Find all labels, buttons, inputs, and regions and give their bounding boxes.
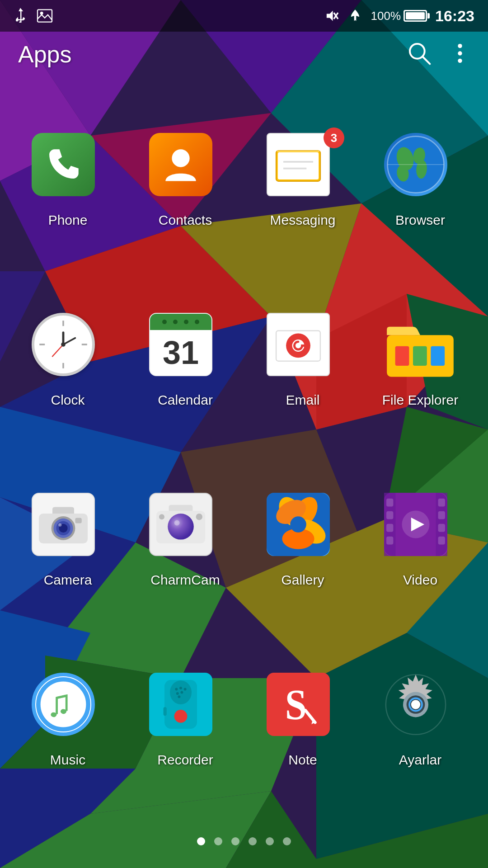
camera-icon: [32, 493, 95, 556]
cal-dot-3: [184, 320, 188, 324]
calendar-icon-wrapper: 31: [149, 313, 221, 385]
app-camera[interactable]: Camera: [14, 455, 122, 626]
svg-rect-94: [386, 499, 393, 507]
usb-icon: [14, 7, 27, 25]
video-label: Video: [403, 572, 437, 588]
svg-rect-70: [395, 346, 409, 366]
cal-dot-2: [173, 320, 178, 324]
mute-icon: [322, 9, 339, 23]
contacts-icon: [149, 133, 212, 196]
more-options-button[interactable]: [450, 41, 470, 68]
top-bar: Apps: [0, 32, 488, 77]
page-dot-4[interactable]: [249, 837, 257, 845]
apps-title: Apps: [18, 41, 72, 68]
svg-point-115: [174, 710, 188, 723]
phone-label: Phone: [48, 212, 88, 228]
svg-point-78: [58, 524, 61, 527]
music-icon: [32, 673, 95, 736]
app-calendar[interactable]: 31 Calendar: [131, 275, 239, 446]
svg-point-110: [179, 687, 182, 689]
svg-point-42: [458, 51, 462, 55]
video-icon: [384, 493, 447, 556]
fileexplorer-icon-wrapper: [384, 313, 456, 385]
contacts-icon-wrapper: [149, 133, 221, 205]
svg-point-65: [61, 342, 66, 347]
messaging-icon: [267, 133, 330, 196]
svg-line-40: [422, 57, 430, 64]
clock-icon-wrapper: [32, 313, 104, 385]
page-dot-5[interactable]: [266, 837, 274, 845]
calendar-label: Calendar: [158, 392, 213, 408]
svg-point-124: [411, 700, 420, 709]
page-dot-1[interactable]: [197, 837, 205, 845]
app-recorder[interactable]: Recorder: [131, 635, 239, 806]
music-label: Music: [50, 752, 85, 768]
airplane-icon: [347, 9, 363, 23]
clock-icon: [32, 313, 95, 376]
charmcam-label: CharmCam: [150, 572, 220, 588]
email-icon-wrapper: [267, 313, 339, 385]
messaging-badge: 3: [324, 127, 344, 148]
app-note[interactable]: S Note: [249, 635, 357, 806]
app-fileexplorer[interactable]: File Explorer: [366, 275, 474, 446]
page-indicators: [0, 824, 488, 868]
charmcam-icon-wrapper: [149, 493, 221, 565]
svg-text:S: S: [285, 681, 307, 729]
more-options-icon: [450, 41, 470, 66]
page-dot-3[interactable]: [231, 837, 239, 845]
app-music[interactable]: Music: [14, 635, 122, 806]
app-messaging[interactable]: 3 Messaging: [249, 95, 357, 266]
svg-point-112: [176, 692, 179, 695]
app-video[interactable]: Video: [366, 455, 474, 626]
cal-dot-4: [195, 320, 199, 324]
gallery-icon-wrapper: [267, 493, 339, 565]
fileexplorer-icon: [384, 313, 456, 385]
gallery-icon: [267, 493, 330, 556]
clock-label: Clock: [51, 392, 84, 408]
app-ayarlar[interactable]: Ayarlar: [366, 635, 474, 806]
svg-rect-95: [386, 511, 393, 519]
calendar-date: 31: [163, 330, 199, 375]
email-label: Email: [286, 392, 319, 408]
page-dot-6[interactable]: [283, 837, 291, 845]
app-phone[interactable]: Phone: [14, 95, 122, 266]
svg-rect-102: [438, 537, 445, 545]
contacts-label: Contacts: [159, 212, 212, 228]
svg-point-109: [175, 688, 178, 690]
svg-point-33: [16, 19, 18, 22]
recorder-icon: [149, 673, 212, 736]
screen: 100% 16:23 Apps: [0, 0, 488, 868]
camera-icon-wrapper: [32, 493, 104, 565]
ayarlar-icon-wrapper: [384, 673, 456, 745]
page-dot-2[interactable]: [214, 837, 222, 845]
app-gallery[interactable]: Gallery: [249, 455, 357, 626]
app-email[interactable]: Email: [249, 275, 357, 446]
recorder-label: Recorder: [157, 752, 213, 768]
app-charmcam[interactable]: CharmCam: [131, 455, 239, 626]
status-bar: 100% 16:23: [0, 0, 488, 32]
search-icon: [407, 41, 432, 66]
svg-point-105: [38, 679, 88, 729]
calendar-top: [150, 314, 211, 330]
app-contacts[interactable]: Contacts: [131, 95, 239, 266]
svg-point-113: [180, 691, 183, 694]
music-icon-wrapper: [32, 673, 104, 745]
svg-rect-96: [386, 524, 393, 532]
status-left-icons: [14, 7, 53, 25]
app-clock[interactable]: Clock: [14, 275, 122, 446]
svg-point-83: [159, 514, 164, 519]
camera-label: Camera: [44, 572, 92, 588]
svg-point-114: [178, 695, 180, 698]
app-browser[interactable]: Browser: [366, 95, 474, 266]
ayarlar-label: Ayarlar: [399, 752, 441, 768]
messaging-label: Messaging: [270, 212, 335, 228]
search-button[interactable]: [407, 41, 432, 68]
svg-rect-99: [438, 499, 445, 507]
battery-percent: 100%: [371, 9, 401, 23]
app-grid: Phone Contacts 3: [0, 77, 488, 824]
calendar-dots: [162, 320, 199, 324]
top-actions: [407, 41, 470, 68]
svg-point-41: [458, 44, 462, 48]
ayarlar-icon: [384, 673, 447, 736]
svg-point-34: [23, 18, 25, 20]
